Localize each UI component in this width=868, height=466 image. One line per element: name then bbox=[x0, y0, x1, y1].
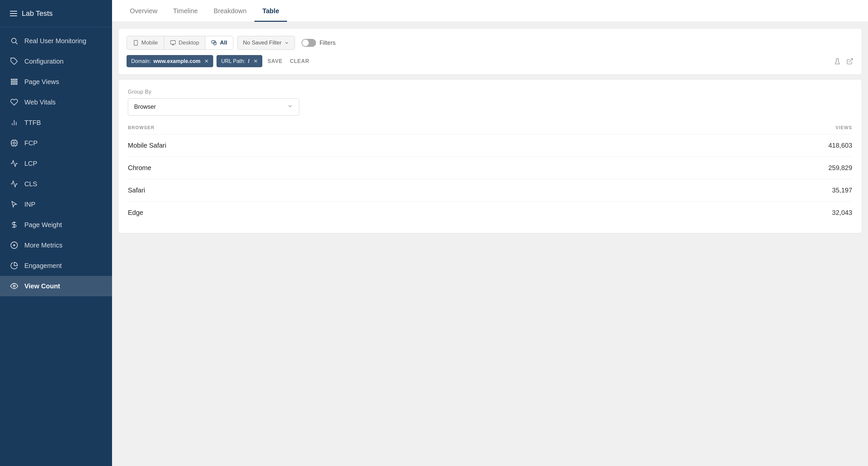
device-all-button[interactable]: All bbox=[205, 36, 233, 50]
svg-rect-24 bbox=[134, 40, 138, 45]
all-devices-icon bbox=[211, 40, 217, 46]
svg-rect-9 bbox=[11, 141, 17, 146]
sidebar-item-ttfb[interactable]: TTFB bbox=[0, 113, 112, 133]
tab-overview[interactable]: Overview bbox=[122, 0, 165, 22]
saved-filter-button[interactable]: No Saved Filter bbox=[237, 36, 295, 50]
heart-icon bbox=[10, 98, 19, 106]
device-mobile-label: Mobile bbox=[142, 39, 158, 46]
filter-url-close[interactable]: ✕ bbox=[253, 58, 258, 64]
activity-icon bbox=[10, 180, 19, 188]
tabs-bar: Overview Timeline Breakdown Table bbox=[112, 0, 868, 22]
views-cell: 35,197 bbox=[575, 179, 852, 202]
filters-label: Filters bbox=[319, 39, 336, 46]
plus-circle-icon bbox=[10, 241, 19, 249]
filters-toggle-area: Filters bbox=[302, 39, 336, 47]
sidebar-item-label: Web Vitals bbox=[24, 98, 56, 106]
action-icons bbox=[834, 58, 854, 65]
device-desktop-button[interactable]: Desktop bbox=[164, 36, 205, 50]
clear-filter-button[interactable]: CLEAR bbox=[288, 57, 311, 66]
device-all-label: All bbox=[220, 39, 227, 46]
views-cell: 32,043 bbox=[575, 202, 852, 224]
views-cell: 259,829 bbox=[575, 157, 852, 179]
data-table: BROWSER VIEWS Mobile Safari 418,603 Chro… bbox=[128, 125, 852, 224]
sidebar-item-label: CLS bbox=[24, 180, 37, 188]
filter-domain-value: www.example.com bbox=[154, 58, 201, 64]
svg-line-1 bbox=[16, 42, 18, 44]
sidebar-item-label: LCP bbox=[24, 160, 37, 167]
sidebar-nav: Real User Monitoring Configuration Page … bbox=[0, 27, 112, 300]
svg-line-33 bbox=[849, 58, 852, 62]
tab-timeline[interactable]: Timeline bbox=[165, 0, 206, 22]
col-browser-header: BROWSER bbox=[128, 125, 575, 134]
sidebar-item-engagement[interactable]: Engagement bbox=[0, 255, 112, 276]
device-desktop-label: Desktop bbox=[179, 39, 199, 46]
sidebar-header[interactable]: Lab Tests bbox=[0, 0, 112, 27]
mobile-icon bbox=[133, 40, 139, 46]
svg-point-0 bbox=[11, 38, 16, 43]
svg-rect-3 bbox=[11, 79, 17, 80]
sidebar-item-label: Configuration bbox=[24, 58, 64, 65]
sidebar-item-lcp[interactable]: LCP bbox=[0, 153, 112, 174]
browser-cell: Safari bbox=[128, 179, 575, 202]
sidebar-item-more-metrics[interactable]: More Metrics bbox=[0, 235, 112, 255]
tag-icon bbox=[10, 57, 19, 66]
filter-url-key: URL Path: bbox=[221, 58, 245, 64]
sidebar-item-label: Page Weight bbox=[24, 221, 62, 229]
filter-domain-close[interactable]: ✕ bbox=[204, 58, 209, 64]
filter-tag-domain[interactable]: Domain: www.example.com ✕ bbox=[127, 55, 213, 67]
sidebar-item-label: Page Views bbox=[24, 78, 59, 86]
tab-breakdown[interactable]: Breakdown bbox=[206, 0, 254, 22]
sidebar-item-label: Real User Monitoring bbox=[24, 37, 86, 45]
svg-point-23 bbox=[13, 285, 15, 287]
group-by-chevron bbox=[287, 103, 293, 111]
filter-card: Mobile Desktop All No Saved Filter bbox=[119, 29, 861, 74]
sidebar-item-fcp[interactable]: FCP bbox=[0, 133, 112, 153]
bar-chart-icon bbox=[10, 118, 19, 127]
sidebar-item-page-weight[interactable]: Page Weight bbox=[0, 215, 112, 235]
col-views-header: VIEWS bbox=[575, 125, 852, 134]
chevron-down-icon bbox=[284, 40, 289, 45]
views-cell: 418,603 bbox=[575, 134, 852, 157]
device-mobile-button[interactable]: Mobile bbox=[127, 36, 164, 50]
browser-cell: Chrome bbox=[128, 157, 575, 179]
sidebar-item-label: TTFB bbox=[24, 119, 41, 127]
sidebar-item-inp[interactable]: INP bbox=[0, 194, 112, 215]
content-area: Mobile Desktop All No Saved Filter bbox=[112, 22, 868, 466]
filters-toggle[interactable] bbox=[302, 39, 316, 47]
weight-icon bbox=[10, 220, 19, 229]
group-by-value: Browser bbox=[134, 103, 156, 111]
svg-rect-10 bbox=[13, 142, 15, 144]
sidebar-item-real-user-monitoring[interactable]: Real User Monitoring bbox=[0, 31, 112, 51]
sidebar-item-web-vitals[interactable]: Web Vitals bbox=[0, 92, 112, 113]
table-row: Chrome 259,829 bbox=[128, 157, 852, 179]
filter-domain-key: Domain: bbox=[131, 58, 151, 64]
browser-cell: Mobile Safari bbox=[128, 134, 575, 157]
group-by-select[interactable]: Browser bbox=[128, 98, 299, 116]
export-icon[interactable] bbox=[846, 58, 854, 65]
main-content: Overview Timeline Breakdown Table Mobile… bbox=[112, 0, 868, 466]
table-row: Safari 35,197 bbox=[128, 179, 852, 202]
save-filter-button[interactable]: SAVE bbox=[266, 57, 285, 66]
cpu-icon bbox=[10, 139, 19, 147]
sidebar-header-label: Lab Tests bbox=[22, 9, 53, 18]
table-card: Group By Browser BROWSER VIEWS Mobile Sa… bbox=[119, 80, 861, 233]
flask-icon[interactable] bbox=[834, 58, 841, 65]
svg-rect-4 bbox=[11, 82, 17, 83]
table-row: Edge 32,043 bbox=[128, 202, 852, 224]
device-toggle: Mobile Desktop All bbox=[127, 36, 233, 50]
sidebar-item-label: INP bbox=[24, 201, 35, 208]
tab-table[interactable]: Table bbox=[254, 0, 287, 22]
filter-tag-url[interactable]: URL Path: / ✕ bbox=[217, 55, 262, 67]
pointer-icon bbox=[10, 200, 19, 209]
pie-icon bbox=[10, 261, 19, 270]
sidebar-item-label: More Metrics bbox=[24, 242, 63, 249]
sidebar-item-configuration[interactable]: Configuration bbox=[0, 51, 112, 71]
sidebar-item-view-count[interactable]: View Count bbox=[0, 276, 112, 296]
sidebar-item-page-views[interactable]: Page Views bbox=[0, 71, 112, 92]
filter-row-active: Domain: www.example.com ✕ URL Path: / ✕ … bbox=[127, 55, 854, 67]
sidebar: Lab Tests Real User Monitoring Configura… bbox=[0, 0, 112, 466]
sidebar-item-cls[interactable]: CLS bbox=[0, 174, 112, 194]
search-icon bbox=[10, 37, 19, 45]
sidebar-item-label: FCP bbox=[24, 139, 37, 147]
svg-rect-30 bbox=[214, 42, 217, 45]
